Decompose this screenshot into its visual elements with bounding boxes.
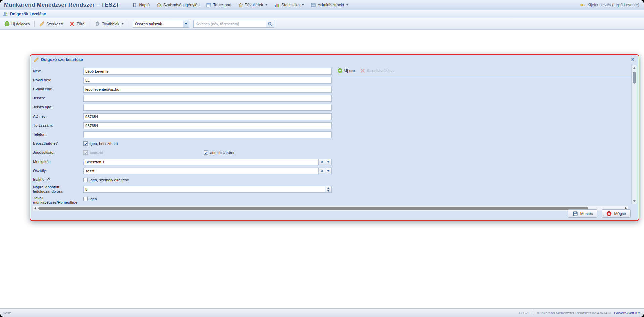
chevron-down-icon (265, 4, 267, 6)
status-ready: Kész (3, 311, 11, 315)
clear-icon[interactable]: × (319, 158, 325, 165)
title-bar: Munkarend Menedzser Rendszer – TESZT Nap… (0, 0, 644, 10)
stepper-down[interactable] (325, 189, 331, 192)
shift-filter-value[interactable] (133, 20, 183, 28)
admin-role-label: adminisztrátor (210, 151, 234, 155)
dialog-title: Dolgozó szerkesztése (41, 57, 83, 62)
inactive-label: Inaktív-e? (33, 178, 83, 182)
permission-label: Jogosultság: (33, 150, 83, 155)
save-button[interactable]: Mentés (568, 209, 598, 218)
scroll-up-button[interactable] (632, 65, 637, 71)
red-x-icon (69, 21, 75, 27)
department-label: Osztály: (33, 169, 83, 173)
page-title: Dolgozók kezelése (10, 12, 46, 16)
chart-icon (274, 2, 280, 8)
red-x-icon (360, 68, 365, 73)
chevron-down-icon (346, 4, 348, 6)
chevron-down-icon (327, 161, 330, 163)
shift-filter-combo[interactable] (133, 20, 189, 28)
search-input[interactable] (193, 20, 266, 28)
company-link[interactable]: Govern-Soft Kft. (614, 311, 641, 315)
gear-icon (95, 21, 100, 27)
password-again-field[interactable] (83, 104, 332, 111)
scroll-down-button[interactable] (632, 199, 637, 204)
scroll-left-button[interactable] (33, 207, 37, 210)
inactive-checkbox-label: igen, személy elrejtése (90, 178, 129, 182)
app-window: Munkarend Menedzser Rendszer – TESZT Nap… (0, 0, 644, 317)
dialog-horizontal-scrollbar[interactable] (32, 206, 628, 211)
short-name-field[interactable] (83, 77, 332, 84)
menu-item-naplo[interactable]: Napló (129, 1, 152, 9)
chevron-up-icon (633, 67, 636, 69)
main-menu: Napló Szabadság igénylés Ta-ce-pao Távol… (129, 1, 351, 9)
daily-hours-field[interactable] (83, 186, 325, 193)
vacation-grid (337, 77, 634, 77)
scheduler-role-checkbox[interactable] (83, 150, 88, 155)
menu-item-szabadsag-igenyles[interactable]: Szabadság igénylés (153, 1, 202, 9)
horizontal-scroll-thumb[interactable] (38, 207, 588, 210)
app-title: Munkarend Menedzser Rendszer – TESZT (4, 2, 119, 8)
menu-item-adminisztracio[interactable]: Adminisztráció (308, 1, 351, 9)
employee-edit-dialog: Dolgozó szerkesztése × Név: Rövid név: E… (30, 54, 639, 221)
dialog-header: Dolgozó szerkesztése × (30, 55, 639, 64)
password-field[interactable] (83, 95, 332, 102)
house-plus-icon (156, 2, 162, 8)
job-combo-field[interactable] (83, 158, 319, 165)
short-name-label: Rövid név: (33, 78, 83, 82)
ad-name-field[interactable] (83, 113, 332, 120)
plus-circle-icon (337, 68, 343, 73)
job-combo-trigger[interactable] (325, 158, 332, 165)
chevron-down-icon (327, 190, 329, 192)
stepper-up[interactable] (325, 186, 331, 189)
edit-employee-button[interactable]: Szerkeszt (37, 20, 66, 28)
search-icon (268, 21, 273, 26)
new-vacation-row-button[interactable]: Új sor (337, 68, 355, 73)
scheduler-role-label: beosztó (90, 151, 103, 155)
menu-item-tavolletek[interactable]: Távollétek (235, 1, 271, 9)
schedulable-checkbox[interactable] (83, 141, 88, 146)
admin-icon (311, 2, 316, 8)
department-combo-trigger[interactable] (325, 168, 332, 174)
toolbar-separator (129, 21, 129, 27)
floppy-icon (573, 211, 578, 216)
chevron-down-icon (633, 200, 636, 202)
chevron-down-icon (302, 4, 304, 6)
remote-work-label: Távoli munkavégzés/Homeoffice (33, 196, 83, 204)
vertical-scroll-thumb[interactable] (633, 72, 636, 84)
house-icon (238, 2, 243, 8)
shift-filter-trigger[interactable] (183, 20, 189, 28)
clear-icon[interactable]: × (319, 168, 325, 174)
pencil-icon (34, 57, 39, 62)
name-field[interactable] (83, 68, 332, 75)
cancel-button[interactable]: Mégse (602, 209, 631, 218)
daily-hours-stepper[interactable] (325, 186, 332, 193)
search-button[interactable] (266, 20, 274, 28)
status-bar: Kész TESZT Munkarend Menedzser Rendszer … (0, 308, 644, 317)
menu-item-label: Szabadság igénylés (163, 3, 199, 7)
job-label: Munkakör: (33, 160, 83, 164)
employee-number-label: Törzsszám: (33, 123, 83, 128)
email-field[interactable] (83, 86, 332, 93)
status-version: Munkarend Menedzser Rendszer v2.4.9-14 © (536, 311, 611, 315)
more-actions-button[interactable]: Továbbiak (93, 20, 126, 28)
new-employee-button[interactable]: Új dolgozó (2, 20, 32, 28)
employee-number-field[interactable] (83, 122, 332, 129)
user-icon (3, 11, 8, 17)
dialog-vertical-scrollbar[interactable] (631, 65, 637, 204)
pencil-icon (39, 21, 45, 27)
phone-field[interactable] (83, 131, 332, 138)
chevron-down-icon (122, 23, 124, 25)
department-combo-field[interactable] (83, 168, 319, 174)
status-env: TESZT (518, 311, 530, 315)
logout-button[interactable]: Kijelentkezés (Lépő Levente) (580, 2, 639, 8)
menu-item-label: Napló (139, 3, 149, 7)
delete-employee-button[interactable]: Töröl (67, 20, 88, 28)
remote-work-checkbox[interactable] (83, 197, 88, 201)
inactive-checkbox[interactable] (83, 178, 88, 182)
menu-item-label: Távollétek (245, 3, 263, 7)
admin-role-checkbox[interactable] (204, 150, 208, 155)
menu-item-statisztika[interactable]: Statisztika (271, 1, 307, 9)
menu-item-tacepao[interactable]: Ta-ce-pao (203, 1, 234, 9)
close-icon[interactable]: × (630, 57, 635, 62)
remove-vacation-row-button[interactable]: Sor eltávolítása (360, 68, 394, 73)
